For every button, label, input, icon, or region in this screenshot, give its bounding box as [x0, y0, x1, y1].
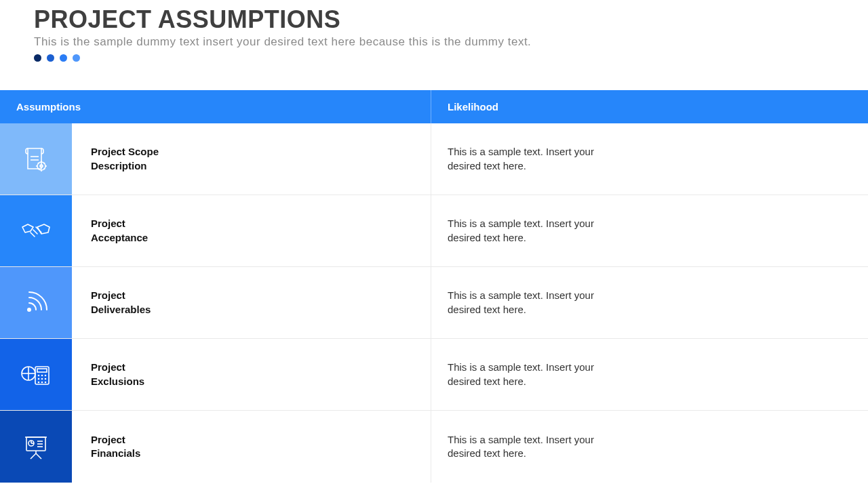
likelihood-text: This is a sample text. Insert your desir…: [448, 361, 594, 388]
page-subtitle: This is the sample dummy text insert you…: [34, 35, 834, 49]
text-line: This is a sample text. Insert your: [448, 434, 594, 445]
text-line: desired text here.: [448, 375, 526, 387]
assumption-cell: Project Scope Description: [72, 123, 431, 195]
label-line: Deliverables: [91, 304, 151, 315]
slide-header: PROJECT ASSUMPTIONS This is the sample d…: [0, 0, 868, 62]
assumption-label: Project Scope Description: [91, 145, 159, 173]
text-line: desired text here.: [448, 447, 526, 459]
svg-point-12: [27, 308, 31, 312]
likelihood-text: This is a sample text. Insert your desir…: [448, 217, 594, 245]
accent-dots: [34, 54, 834, 62]
presentation-chart-icon: [20, 430, 52, 463]
svg-point-23: [45, 378, 47, 380]
label-line: Project: [91, 218, 125, 229]
svg-point-18: [38, 374, 40, 376]
accent-dot: [47, 54, 54, 62]
svg-point-26: [45, 381, 47, 383]
text-line: desired text here.: [448, 160, 526, 171]
text-line: This is a sample text. Insert your: [448, 289, 594, 301]
svg-point-21: [38, 378, 40, 380]
svg-point-22: [41, 378, 43, 380]
likelihood-cell: This is a sample text. Insert your desir…: [431, 411, 868, 483]
table-row: Project Exclusions This is a sample text…: [0, 339, 868, 411]
assumption-label: Project Acceptance: [91, 217, 148, 245]
svg-line-10: [38, 168, 39, 169]
svg-line-36: [31, 453, 36, 459]
signal-icon: [20, 287, 52, 319]
accent-dot: [34, 54, 41, 62]
label-line: Description: [91, 160, 147, 171]
text-line: This is a sample text. Insert your: [448, 218, 594, 229]
svg-line-9: [44, 168, 45, 169]
text-line: This is a sample text. Insert your: [448, 146, 594, 157]
building-calc-icon: [19, 359, 53, 391]
text-line: This is a sample text. Insert your: [448, 361, 594, 373]
likelihood-cell: This is a sample text. Insert your desir…: [431, 339, 868, 410]
column-header-assumptions: Assumptions: [0, 90, 431, 123]
column-header-likelihood: Likelihood: [431, 101, 868, 113]
svg-line-11: [44, 163, 45, 164]
table-row: Project Scope Description This is a samp…: [0, 123, 868, 195]
svg-line-37: [36, 453, 41, 459]
scope-doc-gear-icon: [20, 143, 52, 176]
row-icon-cell: [0, 123, 72, 195]
row-icon-cell: [0, 267, 72, 338]
svg-point-20: [45, 374, 47, 376]
label-line: Project: [91, 361, 125, 373]
likelihood-cell: This is a sample text. Insert your desir…: [431, 195, 868, 266]
svg-point-19: [41, 374, 43, 376]
assumption-cell: Project Deliverables: [72, 267, 431, 338]
row-icon-cell: [0, 195, 72, 266]
assumption-label: Project Deliverables: [91, 289, 151, 317]
label-line: Project: [91, 434, 125, 445]
likelihood-text: This is a sample text. Insert your desir…: [448, 289, 594, 317]
assumption-cell: Project Acceptance: [72, 195, 431, 266]
table-row: Project Acceptance This is a sample text…: [0, 195, 868, 267]
label-line: Project: [91, 289, 125, 301]
label-line: Acceptance: [91, 232, 148, 243]
likelihood-cell: This is a sample text. Insert your desir…: [431, 267, 868, 338]
svg-point-25: [41, 381, 43, 383]
table-row: Project Deliverables This is a sample te…: [0, 267, 868, 339]
assumption-label: Project Exclusions: [91, 361, 144, 388]
page-title: PROJECT ASSUMPTIONS: [34, 5, 834, 34]
likelihood-text: This is a sample text. Insert your desir…: [448, 145, 594, 173]
accent-dot: [60, 54, 67, 62]
svg-line-8: [38, 163, 39, 164]
row-icon-cell: [0, 411, 72, 483]
svg-rect-17: [37, 369, 47, 372]
handshake-icon: [18, 215, 54, 247]
row-icon-cell: [0, 339, 72, 410]
likelihood-cell: This is a sample text. Insert your desir…: [431, 123, 868, 195]
label-line: Project Scope: [91, 146, 159, 157]
likelihood-text: This is a sample text. Insert your desir…: [448, 433, 594, 461]
accent-dot: [73, 54, 80, 62]
label-line: Exclusions: [91, 375, 144, 387]
assumptions-table: Assumptions Likelihood: [0, 90, 868, 483]
label-line: Financials: [91, 447, 140, 459]
table-header-row: Assumptions Likelihood: [0, 90, 868, 123]
text-line: desired text here.: [448, 304, 526, 315]
assumption-label: Project Financials: [91, 433, 140, 461]
svg-point-24: [38, 381, 40, 383]
assumption-cell: Project Exclusions: [72, 339, 431, 410]
table-row: Project Financials This is a sample text…: [0, 411, 868, 483]
assumption-cell: Project Financials: [72, 411, 431, 483]
text-line: desired text here.: [448, 232, 526, 243]
